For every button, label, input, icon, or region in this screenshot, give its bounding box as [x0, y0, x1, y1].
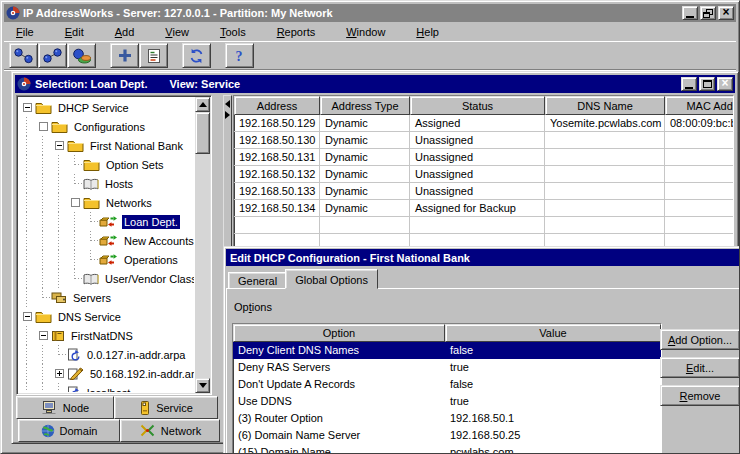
add-option-button[interactable]: Add Option... [660, 329, 740, 350]
tree-guide [35, 193, 51, 212]
menu-edit[interactable]: Edit [57, 24, 92, 40]
child-titlebar[interactable]: Selection: Loan Dept. View: Service × [15, 75, 735, 93]
cell: Dynamic [320, 132, 410, 149]
options-column-header-value[interactable]: Value [445, 324, 661, 342]
options-column-header-option[interactable]: Option [233, 324, 445, 342]
tree-item-servers[interactable]: Servers [19, 288, 194, 307]
dialog-titlebar[interactable]: Edit DHCP Configuration - First National… [226, 249, 740, 266]
cell [545, 166, 665, 183]
view-tab-node[interactable]: Node [16, 396, 114, 419]
address-row[interactable]: 192.168.50.133DynamicUnassigned [234, 183, 733, 200]
tree-connector [35, 288, 51, 307]
tree-item-option-sets[interactable]: Option Sets [19, 155, 194, 174]
restore-button[interactable] [700, 6, 716, 20]
tree-item-loan-dept[interactable]: Loan Dept. [19, 212, 194, 231]
cell [410, 217, 545, 234]
tree-item-firstnatdns[interactable]: FirstNatDNS [19, 326, 194, 345]
address-row[interactable]: 192.168.50.132DynamicUnassigned [234, 166, 733, 183]
tree-item-dhcp-service[interactable]: DHCP Service [19, 98, 194, 117]
tree-item-first-national-bank[interactable]: First National Bank [19, 136, 194, 155]
menu-file[interactable]: File [8, 24, 42, 40]
option-row-15-domain-name[interactable]: (15) Domain Namepcwlabs.com [233, 444, 661, 454]
link-nodes-alt-button[interactable] [38, 43, 67, 68]
tree-guide [51, 155, 67, 174]
column-header-dns-name[interactable]: DNS Name [545, 96, 665, 115]
toolbar-group [182, 43, 211, 68]
option-row-don-t-update-a-records[interactable]: Don't Update A Recordsfalse [233, 376, 661, 393]
tree-item-localhost[interactable]: localhost [19, 383, 194, 392]
address-row[interactable]: 192.168.50.129DynamicAssignedYosemite.pc… [234, 115, 733, 132]
splitter-collapse-left-icon[interactable] [225, 100, 230, 108]
globe-icon [41, 424, 55, 438]
tree-item-networks[interactable]: Networks [19, 193, 194, 212]
view-tab-service[interactable]: Service [114, 396, 218, 419]
address-row[interactable]: 192.168.50.134DynamicAssigned for Backup [234, 200, 733, 217]
address-row[interactable]: 192.168.50.131DynamicUnassigned [234, 149, 733, 166]
remove-button[interactable]: Remove [660, 385, 740, 406]
option-row-deny-ras-servers[interactable]: Deny RAS Serverstrue [233, 359, 661, 376]
refresh-button[interactable] [182, 43, 211, 68]
add-button[interactable] [110, 43, 139, 68]
child-maximize-button[interactable] [699, 77, 715, 91]
menu-tools[interactable]: Tools [212, 24, 254, 40]
tree-item-user-vendor-class[interactable]: User/Vendor Class [19, 269, 194, 288]
column-header-address[interactable]: Address [234, 96, 320, 115]
tree-item-0-0-127-in-addr-arpa[interactable]: 0.0.127.in-addr.arpa [19, 345, 194, 364]
scroll-down-button[interactable] [195, 378, 210, 393]
dialog-tab-global-options[interactable]: Global Options [285, 269, 378, 289]
tree-expander-minus[interactable] [19, 98, 35, 117]
tree-expander-box[interactable] [67, 193, 83, 212]
column-header-mac-address[interactable]: MAC Address [665, 96, 734, 115]
dialog-tab-general[interactable]: General [228, 272, 287, 289]
window-controls: × [682, 6, 734, 20]
child-close-button[interactable]: × [717, 77, 733, 91]
minimize-button[interactable] [682, 6, 698, 20]
option-name: Use DDNS [233, 393, 445, 410]
tree-connector [67, 174, 83, 193]
tree-guide [35, 269, 51, 288]
option-row-use-ddns[interactable]: Use DDNStrue [233, 393, 661, 410]
tree-expander-plus[interactable] [51, 364, 67, 383]
splitter-collapse-right-icon[interactable] [225, 111, 230, 119]
tree-item-dns-service[interactable]: DNS Service [19, 307, 194, 326]
menu-view[interactable]: View [157, 24, 197, 40]
address-row[interactable]: 192.168.50.130DynamicUnassigned [234, 132, 733, 149]
options-table-body: Deny Client DNS NamesfalseDeny RAS Serve… [233, 342, 661, 454]
menu-help[interactable]: Help [408, 24, 447, 40]
menu-window[interactable]: Window [338, 24, 393, 40]
tree-item-new-accounts[interactable]: New Accounts [19, 231, 194, 250]
globe-node-button[interactable] [67, 43, 96, 68]
menu-add[interactable]: Add [107, 24, 143, 40]
tree-item-50-168-192-in-addr-arp[interactable]: 50.168.192.in-addr.arp [19, 364, 194, 383]
tree-item-hosts[interactable]: Hosts [19, 174, 194, 193]
close-button[interactable]: × [718, 6, 734, 20]
tree-guide [19, 174, 35, 193]
column-header-status[interactable]: Status [410, 96, 545, 115]
properties-button[interactable] [139, 43, 168, 68]
menu-reports[interactable]: Reports [269, 24, 324, 40]
folder-icon [83, 196, 100, 209]
column-header-address-type[interactable]: Address Type [320, 96, 410, 115]
option-row-3-router-option[interactable]: (3) Router Option192.168.50.1 [233, 410, 661, 427]
edit-button[interactable]: Edit... [660, 357, 740, 378]
tree-item-label: Networks [104, 196, 154, 210]
main-titlebar[interactable]: IP AddressWorks - Server: 127.0.0.1 - Pa… [4, 4, 736, 22]
tree-item-label: Servers [71, 291, 113, 305]
tree-expander-box[interactable] [35, 117, 51, 136]
tree-expander-minus[interactable] [51, 136, 67, 155]
child-minimize-button[interactable] [681, 77, 697, 91]
tree-guide [67, 250, 83, 269]
tree-expander-minus[interactable] [35, 326, 51, 345]
scroll-up-button[interactable] [195, 97, 210, 112]
scroll-thumb[interactable] [195, 112, 210, 154]
view-tab-network[interactable]: Network [120, 419, 220, 442]
help-button[interactable]: ? [225, 43, 254, 68]
tree-scrollbar[interactable] [195, 97, 210, 393]
tree-item-operations[interactable]: Operations [19, 250, 194, 269]
tree-expander-minus[interactable] [19, 307, 35, 326]
tree-item-configurations[interactable]: Configurations [19, 117, 194, 136]
option-row-deny-client-dns-names[interactable]: Deny Client DNS Namesfalse [233, 342, 661, 359]
view-tab-domain[interactable]: Domain [18, 419, 120, 442]
option-row-6-domain-name-server[interactable]: (6) Domain Name Server192.168.50.25 [233, 427, 661, 444]
link-nodes-button[interactable] [9, 43, 38, 68]
